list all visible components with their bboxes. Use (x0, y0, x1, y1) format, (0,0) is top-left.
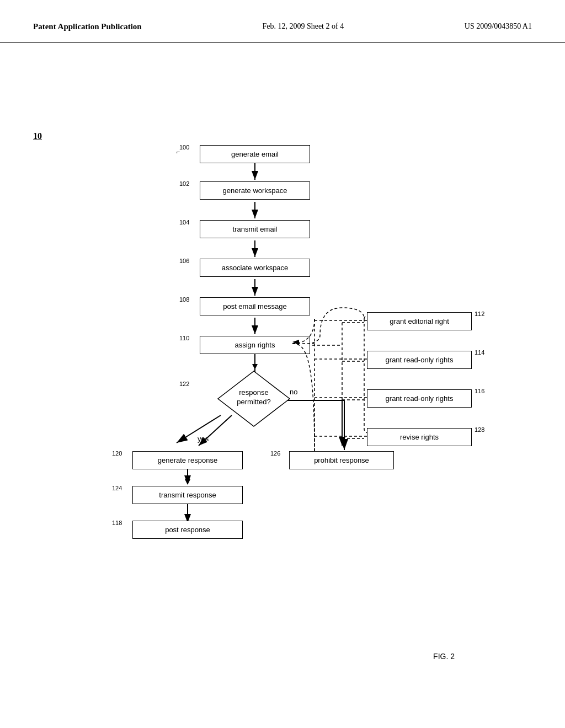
ref-106: 106 (179, 258, 189, 264)
header-left: Patent Application Publication (33, 22, 142, 31)
svg-marker-24 (252, 364, 258, 370)
box-transmit-email: transmit email (200, 220, 310, 238)
label-yes: yes (198, 435, 209, 443)
svg-marker-38 (292, 340, 299, 345)
ref-128: 128 (475, 426, 484, 433)
ref-118: 118 (112, 520, 122, 526)
ref-100: 100 (179, 144, 189, 151)
ref-120: 120 (112, 450, 122, 457)
ref-112: 112 (475, 311, 484, 317)
box-generate-response: generate response (132, 451, 243, 469)
box-grant-read-only-rights-2: grant read-only rights (367, 389, 472, 408)
box-transmit-response: transmit response (132, 486, 243, 504)
box-revise-rights: revise rights (367, 428, 472, 446)
diagram-area: 10 (0, 43, 565, 694)
dashed-bracket (292, 313, 370, 457)
header-right: US 2009/0043850 A1 (465, 22, 532, 31)
box-grant-read-only-rights-1: grant read-only rights (367, 351, 472, 369)
box-post-response: post response (132, 521, 243, 539)
ref-126: 126 (270, 450, 280, 457)
svg-text:response: response (239, 388, 268, 397)
ref-108: 108 (179, 296, 189, 303)
page: Patent Application Publication Feb. 12, … (0, 0, 565, 728)
ref-116: 116 (475, 388, 484, 394)
header: Patent Application Publication Feb. 12, … (0, 0, 565, 43)
svg-marker-31 (185, 514, 190, 520)
ref-102: 102 (179, 180, 189, 187)
box-generate-email: generate email (200, 145, 310, 163)
ref-104: 104 (179, 219, 189, 226)
svg-text:permitted?: permitted? (237, 398, 270, 406)
ref-114: 114 (475, 349, 484, 356)
diamond-response-permitted: response permitted? (215, 368, 292, 429)
header-center: Feb. 12, 2009 Sheet 2 of 4 (262, 22, 344, 31)
ref-124: 124 (112, 485, 122, 491)
ref-main: 10 (33, 131, 42, 141)
box-associate-workspace: associate workspace (200, 259, 310, 277)
ref-122: 122 (179, 381, 189, 387)
box-grant-editorial-right: grant editorial right (367, 312, 472, 330)
fig-caption: FIG. 2 (433, 652, 455, 661)
box-generate-workspace: generate workspace (200, 181, 310, 200)
ref-110: 110 (179, 335, 189, 341)
svg-marker-29 (185, 479, 190, 485)
